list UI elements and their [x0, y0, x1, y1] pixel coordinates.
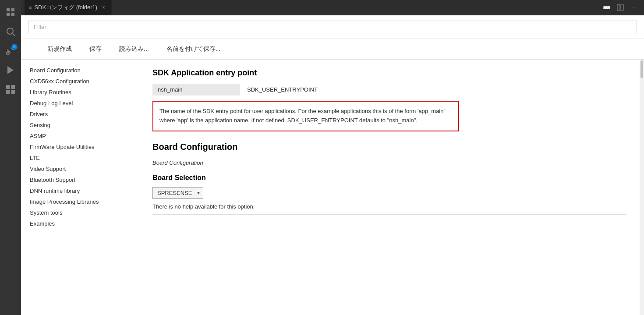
extensions-icon[interactable] [2, 81, 19, 98]
load-button[interactable]: 読み込み... [119, 43, 149, 55]
nav-item-firmware-update[interactable]: FirmWare Update Utilities [21, 142, 139, 152]
nav-item-video-support[interactable]: Video Support [21, 163, 139, 174]
tab-close-button[interactable]: × [100, 4, 107, 11]
more-actions-icon[interactable]: ··· [628, 1, 640, 14]
select-container: SPRESENSE [152, 187, 626, 199]
filter-input[interactable] [28, 21, 637, 33]
entry-row: SDK_USER_ENTRYPOINT [152, 84, 626, 96]
source-control-badge: 9 [11, 44, 18, 50]
split-editor-icon[interactable] [614, 1, 626, 14]
board-config-title: Board Configuration [152, 142, 626, 152]
svg-rect-0 [7, 8, 10, 11]
tab-bar: ≡ SDKコンフィグ (folder1) × ⌨️ ··· [21, 0, 644, 15]
new-button[interactable]: 新規作成 [47, 43, 72, 55]
nav-item-cxd56xx-configuration[interactable]: CXD56xx Configuration [21, 76, 139, 87]
svg-rect-10 [11, 85, 15, 89]
split-area: Board Configuration CXD56xx Configuratio… [21, 60, 644, 315]
board-help-text: There is no help available for this opti… [152, 203, 626, 210]
save-as-button[interactable]: 名前を付けて保存... [166, 43, 221, 55]
nav-item-board-configuration[interactable]: Board Configuration [21, 65, 139, 76]
filter-bar [21, 15, 644, 39]
svg-rect-2 [7, 13, 10, 16]
svg-rect-14 [621, 4, 623, 11]
nav-item-bluetooth-support[interactable]: Bluetooth Support [21, 174, 139, 185]
terminal-icon[interactable]: ⌨️ [600, 1, 612, 14]
scrollbar[interactable] [640, 60, 644, 315]
board-select[interactable]: SPRESENSE [152, 187, 203, 199]
source-control-icon[interactable]: 9 [2, 42, 19, 60]
board-config-subtitle: Board Configuration [152, 159, 626, 166]
sidebar-nav: Board Configuration CXD56xx Configuratio… [21, 60, 139, 315]
section-divider-1 [152, 154, 626, 154]
nav-item-lte[interactable]: LTE [21, 152, 139, 163]
svg-marker-8 [7, 66, 14, 74]
bottom-divider [152, 214, 626, 215]
tab-icon: ≡ [29, 5, 32, 10]
svg-rect-12 [11, 90, 15, 94]
svg-point-6 [7, 52, 9, 55]
svg-rect-13 [617, 4, 620, 11]
select-wrapper: SPRESENSE [152, 187, 203, 199]
search-icon[interactable] [2, 23, 19, 40]
run-debug-icon[interactable] [2, 61, 19, 79]
svg-rect-3 [11, 13, 14, 16]
nav-item-sensing[interactable]: Sensing [21, 120, 139, 131]
nav-item-library-routines[interactable]: Library Routines [21, 87, 139, 98]
scrollbar-thumb [640, 60, 643, 78]
nav-item-debug-log-level[interactable]: Debug Log Level [21, 98, 139, 109]
nav-item-image-processing[interactable]: Image Processing Libraries [21, 196, 139, 207]
save-button[interactable]: 保存 [89, 43, 102, 55]
board-selection-title: Board Selection [152, 174, 626, 182]
entry-point-input[interactable] [152, 84, 240, 96]
toolbar: 新規作成 保存 読み込み... 名前を付けて保存... [21, 39, 644, 60]
svg-line-5 [13, 34, 15, 36]
svg-rect-9 [6, 85, 10, 89]
svg-rect-11 [6, 90, 10, 94]
tab-label: SDKコンフィグ (folder1) [34, 4, 97, 11]
content-area: 新規作成 保存 読み込み... 名前を付けて保存... Board Config… [21, 15, 644, 315]
tab-bar-right-controls: ⌨️ ··· [600, 1, 640, 14]
nav-item-asmp[interactable]: ASMP [21, 131, 139, 142]
entry-config-key: SDK_USER_ENTRYPOINT [247, 86, 318, 93]
sdk-config-tab[interactable]: ≡ SDKコンフィグ (folder1) × [25, 0, 112, 15]
entry-point-title: SDK Application entry point [152, 68, 626, 78]
nav-item-examples[interactable]: Examples [21, 218, 139, 229]
right-content: SDK Application entry point SDK_USER_ENT… [139, 60, 640, 315]
activity-bar: 9 [0, 0, 21, 315]
svg-rect-1 [11, 8, 14, 11]
config-panel: 新規作成 保存 読み込み... 名前を付けて保存... Board Config… [21, 15, 644, 315]
entry-point-section: SDK Application entry point SDK_USER_ENT… [152, 68, 626, 131]
svg-point-4 [7, 28, 13, 34]
entry-point-description: The name of the SDK entry point for user… [152, 101, 459, 131]
nav-item-drivers[interactable]: Drivers [21, 109, 139, 120]
main-area: ≡ SDKコンフィグ (folder1) × ⌨️ ··· 新規作成 [21, 0, 644, 315]
board-configuration-section: Board Configuration Board Configuration … [152, 142, 626, 215]
explorer-icon[interactable] [2, 4, 19, 21]
nav-item-dnn-runtime[interactable]: DNN runtime library [21, 185, 139, 196]
nav-item-system-tools[interactable]: System tools [21, 207, 139, 218]
